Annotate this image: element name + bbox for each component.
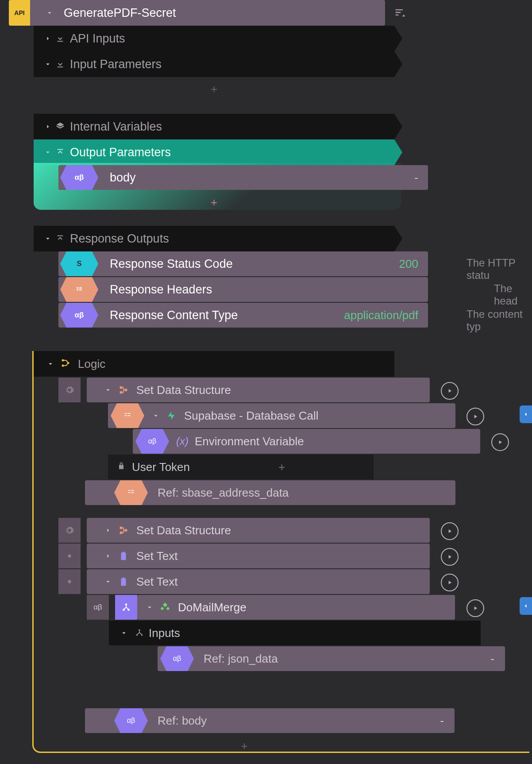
chevron-right-icon bbox=[42, 123, 54, 131]
hint-status: The HTTP statu bbox=[466, 257, 532, 282]
section-input-parameters[interactable]: Input Parameters bbox=[34, 51, 394, 77]
clipboard-icon bbox=[117, 551, 130, 561]
chevron-down-icon bbox=[44, 360, 57, 368]
add-placeholder[interactable]: + bbox=[190, 460, 374, 474]
gear-icon[interactable] bbox=[58, 544, 81, 568]
download-icon bbox=[54, 59, 66, 69]
param-name: body bbox=[110, 171, 414, 185]
lock-icon bbox=[117, 462, 126, 472]
gear-icon[interactable] bbox=[58, 569, 81, 594]
step-set-data-structure-2[interactable]: Set Data Structure bbox=[87, 518, 430, 543]
svg-point-0 bbox=[62, 359, 64, 362]
type-tag-headers-icon bbox=[66, 277, 92, 302]
output-param-body[interactable]: αβ body - bbox=[58, 165, 428, 190]
section-label: Response Outputs bbox=[66, 232, 169, 246]
section-output-parameters[interactable]: Output Parameters bbox=[34, 139, 394, 165]
type-tag-status-icon: S bbox=[66, 251, 92, 276]
ref-body[interactable]: αβ Ref: body - bbox=[85, 708, 455, 733]
type-tag-object-icon bbox=[117, 403, 138, 428]
section-label: Logic bbox=[74, 357, 105, 371]
chevron-down-icon bbox=[150, 412, 162, 420]
gear-icon[interactable] bbox=[58, 518, 81, 543]
section-label: Input Parameters bbox=[66, 58, 162, 71]
ref-label: Ref: json_data bbox=[204, 652, 490, 666]
side-arrow-button[interactable] bbox=[520, 597, 532, 615]
response-status-label: Response Status Code bbox=[110, 257, 399, 271]
svg-point-17 bbox=[141, 634, 143, 636]
step-label: Set Text bbox=[136, 549, 177, 563]
sort-icon[interactable] bbox=[394, 6, 406, 20]
user-token-label: User Token bbox=[132, 460, 190, 474]
response-headers-label: Response Headers bbox=[110, 283, 428, 297]
ref-json-data[interactable]: αβ Ref: json_data - bbox=[158, 646, 505, 671]
svg-rect-7 bbox=[120, 532, 123, 534]
gear-icon[interactable] bbox=[58, 378, 81, 402]
section-label: Output Parameters bbox=[66, 146, 171, 159]
chevron-down-icon bbox=[42, 60, 54, 68]
response-content-type-row[interactable]: αβ Response Content Type application/pdf bbox=[58, 303, 428, 328]
step-env-variable[interactable]: αβ (x) Environment Variable bbox=[133, 429, 480, 454]
node-type-icon bbox=[115, 595, 137, 620]
ref-sbase-address[interactable]: Ref: sbase_address_data bbox=[85, 480, 455, 505]
side-arrow-button[interactable] bbox=[520, 405, 532, 423]
add-output-param[interactable]: + bbox=[34, 191, 394, 213]
api-badge: API bbox=[9, 0, 30, 26]
section-inputs[interactable]: Inputs bbox=[109, 621, 481, 645]
play-button[interactable] bbox=[441, 574, 459, 591]
section-response-outputs[interactable]: Response Outputs bbox=[34, 226, 394, 251]
type-tag-string-icon: αβ bbox=[166, 646, 188, 671]
section-logic[interactable]: Logic bbox=[34, 351, 394, 377]
step-set-text-2[interactable]: Set Text bbox=[87, 569, 430, 594]
svg-rect-13 bbox=[161, 607, 164, 610]
response-status-row[interactable]: S Response Status Code 200 bbox=[58, 251, 428, 276]
chevron-right-icon bbox=[102, 552, 114, 560]
svg-rect-6 bbox=[120, 527, 123, 529]
ref-value: - bbox=[490, 652, 494, 666]
response-ctype-value: application/pdf bbox=[344, 309, 418, 322]
svg-point-2 bbox=[67, 362, 69, 364]
chevron-down-icon bbox=[102, 578, 114, 586]
section-internal-variables[interactable]: Internal Variables bbox=[34, 114, 394, 139]
section-label: API Inputs bbox=[66, 32, 125, 46]
api-name: GeneratePDF-Secret bbox=[64, 6, 176, 20]
play-button[interactable] bbox=[466, 408, 484, 425]
response-status-value: 200 bbox=[399, 257, 418, 271]
step-label: Environment Variable bbox=[195, 435, 304, 448]
download-icon bbox=[54, 34, 66, 43]
add-input-param[interactable]: + bbox=[34, 78, 394, 100]
step-supabase-call[interactable]: Supabase - Database Call bbox=[108, 403, 455, 428]
user-token-row[interactable]: User Token + bbox=[108, 455, 374, 479]
play-button[interactable] bbox=[441, 548, 459, 566]
structure-icon bbox=[117, 385, 130, 395]
upload-icon bbox=[54, 234, 66, 243]
svg-rect-3 bbox=[120, 386, 123, 389]
api-header-row[interactable]: API GeneratePDF-Secret bbox=[9, 0, 385, 26]
diamond-icon bbox=[158, 602, 172, 612]
step-set-data-structure[interactable]: Set Data Structure bbox=[87, 378, 430, 402]
play-button[interactable] bbox=[466, 599, 484, 617]
layers-icon bbox=[54, 122, 66, 131]
chevron-down-icon bbox=[118, 629, 130, 637]
chevron-down-icon[interactable] bbox=[43, 9, 56, 17]
response-headers-row[interactable]: Response Headers bbox=[58, 277, 428, 302]
chevron-down-icon bbox=[143, 603, 156, 611]
ref-label: Ref: sbase_address_data bbox=[158, 486, 455, 500]
type-tag-object-icon bbox=[120, 480, 142, 505]
section-api-inputs[interactable]: API Inputs bbox=[34, 26, 394, 51]
add-logic-step[interactable]: + bbox=[85, 735, 404, 757]
step-domailmerge[interactable]: DoMailMerge bbox=[137, 595, 455, 620]
play-button[interactable] bbox=[491, 433, 509, 451]
play-button[interactable] bbox=[441, 522, 459, 540]
supabase-icon bbox=[165, 411, 178, 421]
step-label: Supabase - Database Call bbox=[184, 409, 319, 423]
section-label: Internal Variables bbox=[66, 120, 162, 134]
svg-rect-8 bbox=[125, 529, 127, 532]
response-ctype-label: Response Content Type bbox=[110, 309, 344, 322]
svg-rect-5 bbox=[125, 389, 127, 391]
step-label: DoMailMerge bbox=[178, 601, 247, 614]
svg-rect-14 bbox=[166, 607, 170, 610]
step-set-text-1[interactable]: Set Text bbox=[87, 544, 430, 568]
play-button[interactable] bbox=[441, 382, 459, 400]
upload-icon bbox=[54, 147, 66, 157]
chevron-down-icon bbox=[42, 235, 54, 243]
